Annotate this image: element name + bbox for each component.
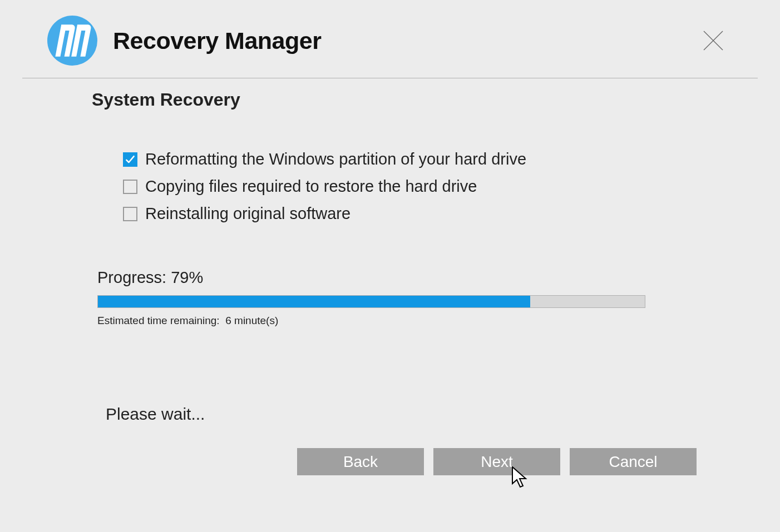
header-left: Recovery Manager <box>47 16 321 66</box>
header: Recovery Manager <box>22 0 758 78</box>
step-item: Reinstalling original software <box>123 205 680 223</box>
steps-list: Reformatting the Windows partition of yo… <box>92 150 680 223</box>
eta-value: 6 minute(s) <box>225 315 278 326</box>
step-label: Reformatting the Windows partition of yo… <box>145 150 526 168</box>
next-button[interactable]: Next <box>433 448 560 475</box>
checkbox-unchecked-icon <box>123 207 137 221</box>
close-button[interactable] <box>702 29 724 52</box>
close-icon <box>702 29 724 52</box>
eta-label: Estimated time remaining: 6 minute(s) <box>97 315 680 327</box>
progress-bar-fill <box>98 296 530 307</box>
wait-message: Please wait... <box>106 405 205 424</box>
section-title: System Recovery <box>92 90 680 110</box>
progress-bar <box>97 295 645 308</box>
step-item: Copying files required to restore the ha… <box>123 177 680 196</box>
checkbox-unchecked-icon <box>123 180 137 194</box>
checkbox-checked-icon <box>123 152 137 167</box>
cancel-button[interactable]: Cancel <box>570 448 697 475</box>
button-row: Back Next Cancel <box>297 448 697 475</box>
step-label: Copying files required to restore the ha… <box>145 177 477 196</box>
progress-percent-text: 79% <box>171 269 203 286</box>
step-label: Reinstalling original software <box>145 205 350 223</box>
progress-label: Progress: 79% <box>97 269 680 287</box>
progress-label-prefix: Progress: <box>97 269 166 286</box>
progress-section: Progress: 79% Estimated time remaining: … <box>92 269 680 327</box>
app-title: Recovery Manager <box>113 27 321 54</box>
content: System Recovery Reformatting the Windows… <box>0 78 780 327</box>
eta-prefix: Estimated time remaining: <box>97 315 220 326</box>
hp-logo-icon <box>47 16 97 66</box>
step-item: Reformatting the Windows partition of yo… <box>123 150 680 168</box>
back-button[interactable]: Back <box>297 448 424 475</box>
